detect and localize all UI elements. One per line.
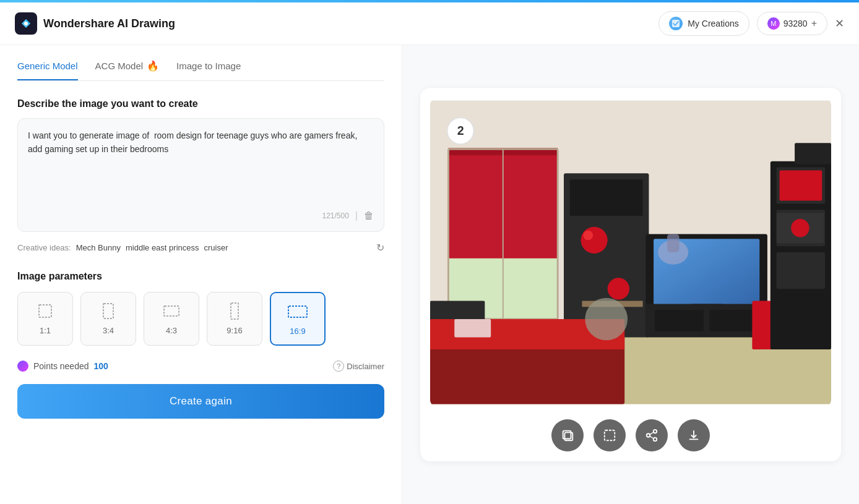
points-row: Points needed 100 ? Disclaimer [17,361,384,372]
copy-button[interactable] [551,419,584,451]
ratio-9x16-icon [225,301,244,321]
svg-rect-35 [795,143,831,164]
header-left: Wondershare AI Drawing [15,12,175,35]
disclaimer-icon: ? [333,361,344,372]
svg-rect-24 [655,310,704,331]
svg-point-41 [585,298,628,341]
creative-ideas-label: Creative ideas: [17,243,71,252]
ratio-4x3-label: 4:3 [166,326,177,335]
svg-rect-32 [780,170,822,200]
idea-middle-east[interactable]: middle east princess [126,243,199,252]
points-icon [17,361,28,372]
app-window: Wondershare AI Drawing My Creations M 93… [0,2,859,504]
svg-point-16 [581,227,607,254]
disclaimer-link[interactable]: ? Disclaimer [333,361,384,372]
ratio-3x4-button[interactable]: 3:4 [80,292,136,346]
params-label: Image parameters [17,271,384,282]
download-button[interactable] [678,419,710,451]
prompt-area: I want you to generate image of room des… [17,118,384,232]
tab-image2image-label: Image to Image [176,61,241,71]
ratio-3x4-icon [98,301,118,321]
ratio-1x1-icon [35,301,55,321]
ratio-9x16-button[interactable]: 9:16 [207,292,262,346]
main-content: Generic Model ACG Model 🔥 Image to Image… [0,45,859,504]
ratio-16x9-icon [288,302,308,322]
tab-generic-label: Generic Model [17,61,78,71]
svg-rect-31 [777,252,826,289]
ratio-16x9-button[interactable]: 16:9 [270,292,326,346]
svg-rect-15 [570,179,643,216]
svg-rect-2 [39,305,51,317]
header-right: My Creations M 93280 + ✕ [658,11,844,36]
prompt-footer: 121/500 | 🗑 [28,210,374,221]
my-creations-label: My Creations [688,19,738,28]
fire-icon: 🔥 [147,60,159,72]
ratio-1x1-button[interactable]: 1:1 [17,292,73,346]
ratio-9x16-label: 9:16 [227,326,242,335]
svg-rect-39 [454,319,491,337]
idea-mech-bunny[interactable]: Mech Bunny [76,243,121,252]
points-left: Points needed 100 [17,361,108,372]
tab-acg-model[interactable]: ACG Model 🔥 [95,60,160,80]
tab-image-to-image[interactable]: Image to Image [176,60,241,80]
delete-prompt-button[interactable]: 🗑 [364,210,374,221]
creative-ideas-row: Creative ideas: Mech Bunny middle east p… [17,242,384,254]
close-button[interactable]: ✕ [835,17,844,30]
room-svg: 2 [430,98,831,407]
svg-point-50 [647,434,650,437]
idea-cruiser[interactable]: cruiser [204,243,228,252]
svg-point-17 [583,231,593,241]
points-label: Points needed [33,361,89,371]
refresh-ideas-button[interactable]: ↻ [376,242,384,254]
points-value: 100 [94,361,108,371]
disclaimer-label: Disclaimer [347,362,384,371]
prompt-input[interactable]: I want you to generate image of room des… [28,129,374,203]
svg-rect-25 [710,310,759,331]
svg-rect-4 [164,306,179,316]
svg-rect-6 [288,306,307,317]
tab-generic-model[interactable]: Generic Model [17,60,78,80]
image-actions [551,419,710,451]
separator: | [355,210,358,221]
my-creations-button[interactable]: My Creations [658,11,749,36]
app-title: Wondershare AI Drawing [43,17,175,30]
tab-acg-label: ACG Model [95,61,144,71]
describe-label: Describe the image you want to create [17,98,384,109]
svg-rect-43 [667,234,680,252]
crop-button[interactable] [594,419,626,451]
image-container: 2 [420,88,841,461]
svg-rect-48 [605,430,615,441]
svg-rect-5 [231,303,238,319]
generated-image: 2 [430,98,831,409]
credits-icon: M [767,17,780,30]
credits-value: 93280 [783,19,808,28]
svg-point-34 [791,219,809,237]
ratio-3x4-label: 3:4 [103,326,114,335]
create-again-button[interactable]: Create again [17,384,384,419]
ratio-4x3-button[interactable]: 4:3 [144,292,199,346]
svg-point-51 [654,438,657,442]
svg-point-18 [608,278,629,299]
ratio-1x1-label: 1:1 [40,326,51,335]
char-count: 121/500 [322,211,348,220]
header: Wondershare AI Drawing My Creations M 93… [0,2,859,45]
right-panel: 2 [402,45,859,504]
svg-line-53 [650,436,654,438]
aspect-ratios-container: 1:1 3:4 [17,292,384,346]
svg-point-0 [24,22,28,25]
svg-point-49 [654,430,657,434]
my-creations-icon [669,17,683,30]
svg-rect-54 [689,439,699,440]
left-panel: Generic Model ACG Model 🔥 Image to Image… [0,45,402,504]
tabs-container: Generic Model ACG Model 🔥 Image to Image [17,60,384,81]
add-credits-button[interactable]: + [811,18,817,29]
svg-rect-3 [103,304,113,318]
ratio-16x9-label: 16:9 [290,327,305,336]
credits-button[interactable]: M 93280 + [757,12,827,35]
share-button[interactable] [636,419,668,451]
ratio-4x3-icon [162,301,181,321]
svg-line-52 [650,432,654,435]
app-logo [15,12,37,35]
svg-text:2: 2 [457,124,464,138]
